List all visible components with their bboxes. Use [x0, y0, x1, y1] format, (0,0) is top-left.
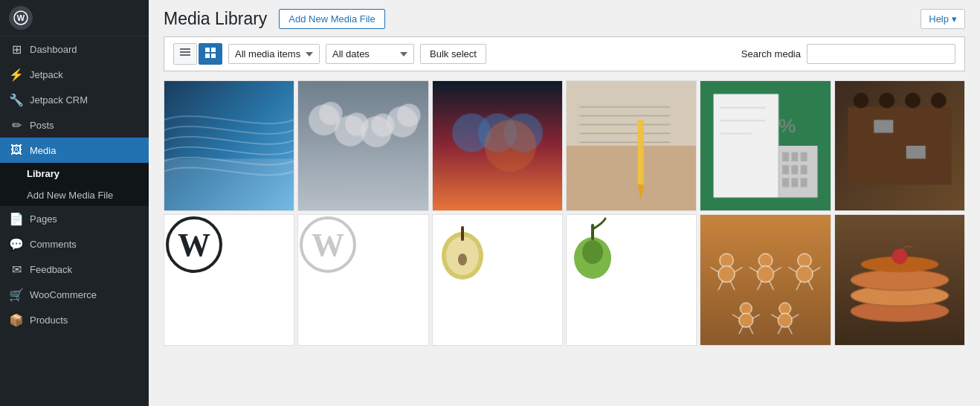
- media-item-11[interactable]: [700, 214, 831, 345]
- add-new-media-label: Add New Media File: [27, 190, 113, 201]
- posts-icon: ✏: [9, 117, 24, 132]
- sidebar: W ⊞ Dashboard ⚡ Jetpack 🔧 Jetpack CRM ✏ …: [0, 0, 149, 406]
- media-thumb-canvas-4: [567, 81, 696, 210]
- svg-rect-5: [205, 48, 210, 52]
- sidebar-item-label: Jetpack CRM: [30, 94, 88, 106]
- help-chevron-icon: ▾: [952, 13, 957, 25]
- media-item-12[interactable]: [834, 214, 965, 345]
- sidebar-item-label: Posts: [30, 120, 54, 131]
- products-icon: 📦: [9, 312, 24, 327]
- media-item-5[interactable]: [700, 80, 831, 211]
- date-filter[interactable]: All dates January 2024 February 2024: [326, 44, 414, 64]
- sidebar-item-pages[interactable]: 📄 Pages: [0, 206, 149, 231]
- media-item-10[interactable]: [566, 214, 697, 345]
- toolbar: All media items Images Audio Video All d…: [164, 36, 965, 71]
- svg-rect-6: [211, 48, 216, 52]
- svg-rect-16: [461, 226, 464, 241]
- sidebar-item-label: WooCommerce: [30, 289, 97, 300]
- wp-logo-icon: W: [9, 6, 33, 30]
- svg-text:W: W: [312, 227, 344, 263]
- media-item-1[interactable]: [164, 80, 294, 211]
- sidebar-subitem-library[interactable]: Library: [0, 163, 149, 184]
- media-thumb-green-pear: [567, 215, 696, 344]
- search-label: Search media: [741, 48, 801, 59]
- sidebar-item-products[interactable]: 📦 Products: [0, 307, 149, 332]
- jetpack-icon: ⚡: [9, 67, 24, 82]
- sidebar-item-label: Dashboard: [30, 44, 77, 55]
- svg-text:W: W: [178, 227, 210, 263]
- sidebar-item-dashboard[interactable]: ⊞ Dashboard: [0, 36, 149, 62]
- media-thumb-pear-half: [433, 215, 562, 344]
- media-grid: W W: [149, 71, 980, 355]
- media-thumb-canvas-1: [164, 81, 294, 210]
- media-item-3[interactable]: [432, 80, 563, 211]
- add-new-media-button[interactable]: Add New Media File: [279, 9, 384, 29]
- media-item-8[interactable]: W: [297, 214, 428, 345]
- svg-text:W: W: [17, 13, 25, 22]
- jetpack-crm-icon: 🔧: [9, 92, 24, 107]
- sidebar-item-jetpack-crm[interactable]: 🔧 Jetpack CRM: [0, 87, 149, 112]
- sidebar-item-jetpack[interactable]: ⚡ Jetpack: [0, 62, 149, 87]
- sidebar-item-label: Feedback: [30, 264, 72, 275]
- media-thumb-wp-light: W: [298, 215, 428, 344]
- sidebar-item-label: Comments: [30, 239, 77, 250]
- sidebar-subitem-add-new[interactable]: Add New Media File: [0, 184, 149, 206]
- sidebar-item-label: Pages: [30, 213, 57, 225]
- sidebar-item-posts[interactable]: ✏ Posts: [0, 112, 149, 138]
- media-item-6[interactable]: [834, 80, 965, 211]
- page-title: Media Library: [164, 9, 267, 29]
- media-icon: 🖼: [9, 143, 24, 158]
- comments-icon: 💬: [9, 236, 24, 251]
- help-label: Help: [929, 13, 949, 25]
- list-view-button[interactable]: [173, 43, 197, 65]
- woocommerce-icon: 🛒: [9, 287, 24, 302]
- media-item-4[interactable]: [566, 80, 697, 211]
- view-toggle: [173, 43, 222, 65]
- search-input[interactable]: [807, 44, 955, 64]
- search-area: Search media: [741, 44, 955, 64]
- media-thumb-canvas-3: [433, 81, 562, 210]
- media-item-9[interactable]: [432, 214, 563, 345]
- media-type-filter[interactable]: All media items Images Audio Video: [228, 44, 320, 64]
- pages-icon: 📄: [9, 211, 24, 226]
- sidebar-item-label: Jetpack: [30, 69, 63, 80]
- sidebar-submenu-media: Library Add New Media File: [0, 163, 149, 206]
- svg-rect-7: [205, 54, 210, 58]
- svg-point-18: [582, 240, 603, 264]
- library-label: Library: [27, 168, 59, 179]
- sidebar-item-label: Products: [30, 315, 68, 326]
- sidebar-item-feedback[interactable]: ✉ Feedback: [0, 257, 149, 282]
- media-thumb-wp-dark: W: [164, 215, 294, 344]
- sidebar-item-woocommerce[interactable]: 🛒 WooCommerce: [0, 282, 149, 307]
- page-title-area: Media Library Add New Media File: [164, 9, 385, 29]
- media-thumb-canvas-12: [835, 215, 964, 344]
- svg-rect-19: [591, 224, 594, 240]
- svg-rect-3: [180, 51, 190, 53]
- sidebar-item-label: Media: [30, 145, 56, 156]
- media-item-2[interactable]: [297, 80, 428, 211]
- media-thumb-canvas-6: [835, 81, 964, 210]
- svg-point-15: [458, 254, 467, 265]
- media-thumb-canvas-5: [700, 81, 830, 210]
- svg-rect-4: [180, 54, 190, 56]
- svg-rect-2: [180, 48, 190, 50]
- sidebar-item-media[interactable]: 🖼 Media: [0, 138, 149, 163]
- svg-rect-8: [211, 54, 216, 58]
- media-item-7[interactable]: W: [164, 214, 294, 345]
- media-thumb-canvas-2: [298, 81, 428, 210]
- sidebar-item-comments[interactable]: 💬 Comments: [0, 231, 149, 257]
- sidebar-logo: W: [0, 0, 149, 36]
- topbar: Media Library Add New Media File Help ▾: [149, 0, 980, 29]
- main-content: Media Library Add New Media File Help ▾: [149, 0, 980, 406]
- grid-view-button[interactable]: [199, 43, 222, 65]
- media-thumb-canvas-11: [700, 215, 830, 344]
- feedback-icon: ✉: [9, 262, 24, 277]
- bulk-select-button[interactable]: Bulk select: [420, 44, 486, 64]
- dashboard-icon: ⊞: [9, 42, 24, 57]
- help-button[interactable]: Help ▾: [921, 9, 965, 29]
